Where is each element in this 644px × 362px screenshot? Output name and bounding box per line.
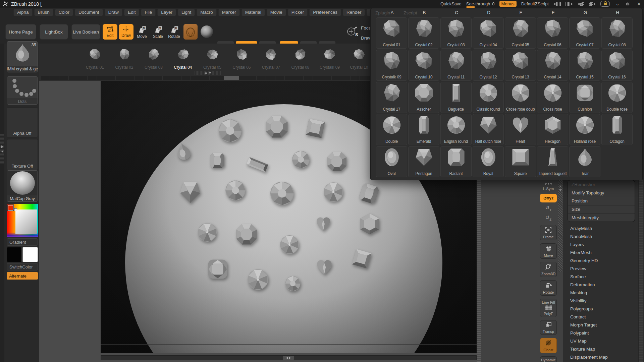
subpalette-contact[interactable]: Contact [563,313,638,321]
gem-cell-double-rose[interactable]: Double rose [601,82,633,113]
menu-picker[interactable]: Picker [288,9,308,16]
gem-cell-baguette[interactable]: Baguette [440,82,472,113]
draw-button[interactable]: Draw [119,24,133,40]
tray-brush-crystal-08[interactable]: Crystal 08 [287,46,314,70]
gem-cell-square[interactable]: Square [505,146,536,177]
tablet-pressure-right-icon[interactable] [566,2,573,6]
secondary-color-swatch[interactable] [22,247,38,262]
prev-document-icon[interactable] [578,2,584,6]
horizontal-scroll-handle[interactable] [283,356,294,360]
subpalette-position[interactable]: Position [568,197,635,205]
subpalette-visibility[interactable]: Visibility [563,297,638,305]
menu-render[interactable]: Render [343,9,365,16]
lightbox-button[interactable]: LightBox [40,24,68,40]
gem-cell-tear[interactable]: Tear [569,146,600,177]
menu-material[interactable]: Material [241,9,265,16]
tray-brush-crystal-02[interactable]: Crystal 02 [111,46,138,70]
alpha-selector[interactable]: Alpha Off [7,107,38,137]
rot-z-button[interactable]: ↺Z [545,215,551,222]
solo-button[interactable]: DynamicSolo [540,356,557,362]
horizontal-scrollbar[interactable] [101,355,477,360]
saturation-value-box[interactable] [15,209,37,234]
gem-cell-radiant[interactable]: Radiant [440,146,472,177]
gem-cell-emerald[interactable]: Emerald [408,114,439,145]
gem-cell-crystal-01[interactable]: Crystal 01 [376,17,407,49]
subpalette-uv-map[interactable]: UV Map [563,337,638,345]
color-picker[interactable] [7,204,38,237]
lsym-button[interactable]: L.Sym [543,182,554,191]
gem-cell-crystal-10[interactable]: Crystal 10 [408,50,439,81]
menus-toggle-button[interactable]: Menus [499,1,517,7]
gem-cell-crystal-04[interactable]: Crystal 04 [473,17,504,49]
tablet-pressure-left-icon[interactable] [553,2,561,6]
subpalette-morph-target[interactable]: Morph Target [563,321,638,329]
see-through-slider[interactable]: See-through 0 [466,1,495,6]
menu-alpha[interactable]: Alpha [13,9,33,16]
edit-button[interactable]: Edit [103,24,117,40]
menu-movie[interactable]: Movie [267,9,286,16]
gem-cell-crystalk-09[interactable]: Crystalk 09 [376,50,407,81]
quicksave-button[interactable]: QuickSave [440,1,462,6]
subpalette-arraymesh[interactable]: ArrayMesh [563,225,638,233]
subpalette-masking[interactable]: Masking [563,289,638,297]
gem-cell-crystal-06[interactable]: Crystal 06 [537,17,568,49]
tray-scroll-control[interactable] [195,71,221,75]
scale-button[interactable]: S Scale [150,25,166,40]
see-through-handle[interactable] [466,6,475,8]
ghost-button[interactable]: Ghost [540,338,557,353]
subpalette-fibermesh[interactable]: FiberMesh [563,249,638,257]
gem-cell-crystal-16[interactable]: Crystal 16 [601,50,633,81]
transp-button[interactable]: Transp [540,320,557,335]
gem-cell-royal[interactable]: Royal [473,146,504,177]
menu-color[interactable]: Color [55,9,73,16]
polyf-button[interactable]: Line FillPolyF [540,299,557,317]
material-selector[interactable]: MatCap Gray [7,170,38,202]
switchcolor-button[interactable]: SwitchColor [7,263,38,270]
subpalette-layers[interactable]: Layers [563,241,638,249]
close-button[interactable]: ✕ [636,1,642,6]
gem-cell-english-round[interactable]: English round [440,114,472,145]
rotate-button[interactable]: R Rotate [166,25,182,40]
gem-cell-crystal-14[interactable]: Crystal 14 [537,50,568,81]
left-tray-divider-handle[interactable] [0,134,4,164]
minimize-button[interactable]: ⌄ [614,1,621,6]
gem-cell-half-dutch-rose[interactable]: Half dutch rose [473,114,504,145]
subpalette-meshintegrity[interactable]: MeshIntegrity [568,213,635,222]
menu-light[interactable]: Light [178,9,195,16]
gem-cell-crystal-08[interactable]: Crystal 08 [601,17,633,49]
main-color-swatch[interactable] [7,247,21,262]
gem-cell-cross-rose[interactable]: Cross rose [537,82,568,113]
stroke-selector[interactable]: Dots [7,76,38,105]
alternate-button[interactable]: Alternate [7,272,38,280]
gem-cell-cushion[interactable]: Cushion [569,82,600,113]
gem-cell-crystal-13[interactable]: Crystal 13 [505,50,536,81]
subpalette-preview[interactable]: Preview [563,265,638,273]
gem-cell-holland-rose[interactable]: Holland rose [569,114,600,145]
tray-brush-crystal-06[interactable]: Crystal 06 [228,46,255,70]
menu-brush[interactable]: Brush [34,9,53,16]
home-page-button[interactable]: Home Page [5,24,36,40]
gem-cell-heart[interactable]: Heart [505,114,536,145]
restore-button[interactable] [625,1,631,6]
tray-brush-crystal-10[interactable]: Crystal 10 [346,46,373,70]
subpalette-geometry-hd[interactable]: Geometry HD [563,257,638,265]
menu-macro[interactable]: Macro [197,9,217,16]
gem-cell-classic-round[interactable]: Classic round [473,82,504,113]
next-document-icon[interactable] [589,2,596,6]
menu-marker[interactable]: Marker [218,9,240,16]
default-zscript-button[interactable]: DefaultZScript [521,1,549,6]
current-brush-swatch[interactable] [183,24,198,40]
gem-cell-hexagon[interactable]: Hexagon [537,114,568,145]
gem-cell-pentagon[interactable]: Pentagon [408,146,439,177]
tray-brush-crystalk-09[interactable]: Crystalk 09 [316,46,343,70]
color-cursor[interactable] [14,208,17,211]
zoom3d-button[interactable]: Zoom3D [540,262,557,277]
subpalette-size[interactable]: Size [568,205,635,214]
gem-cell-crystal-15[interactable]: Crystal 15 [569,50,600,81]
menu-draw[interactable]: Draw [105,9,123,16]
gem-cell-oval[interactable]: Oval [376,146,407,177]
menu-document[interactable]: Document [75,9,103,16]
gem-cell-crystal-02[interactable]: Crystal 02 [408,17,439,49]
gem-cell-tapered-baguett[interactable]: Tapered baguett [537,146,568,177]
rotate-button[interactable]: Rotate [540,280,557,296]
